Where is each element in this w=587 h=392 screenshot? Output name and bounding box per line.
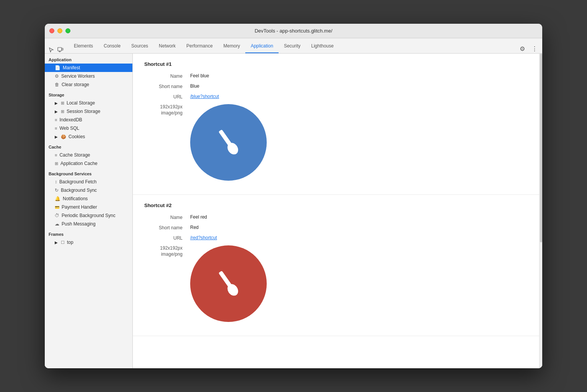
bg-sync-icon: ↻ (55, 188, 59, 193)
sidebar-item-local-storage[interactable]: ▶ ⊞ Local Storage (45, 99, 132, 107)
sidebar-item-app-cache[interactable]: ⊞ Application Cache (45, 159, 132, 168)
settings-icon[interactable]: ⚙ (518, 44, 527, 53)
sidebar-section-cache: Cache (45, 141, 132, 151)
svg-rect-0 (58, 47, 62, 51)
sidebar: Application 📄 Manifest ⚙ Service Workers… (45, 54, 133, 368)
sidebar-item-cookies[interactable]: ▶ 🍪 Cookies (45, 132, 132, 141)
tab-application[interactable]: Application (245, 39, 279, 53)
websql-icon: ≡ (55, 126, 57, 131)
indexeddb-icon: ≡ (55, 118, 57, 122)
tab-security[interactable]: Security (279, 39, 306, 53)
shortcut-2-section: Shortcut #2 Name Feel red Short name Red… (133, 195, 542, 336)
sidebar-item-top-frame[interactable]: ▶ ☐ top (45, 238, 132, 247)
tab-performance[interactable]: Performance (181, 39, 218, 53)
shortcut-1-url-row: URL /blue?shortcut (144, 94, 531, 100)
tab-console[interactable]: Console (98, 39, 126, 53)
service-workers-icon: ⚙ (55, 74, 59, 79)
maximize-button[interactable] (65, 28, 70, 33)
notifications-icon: 🔔 (55, 196, 60, 201)
shortcut-2-image (190, 245, 267, 322)
shortcut-2-name-row: Name Feel red (144, 214, 531, 220)
sidebar-item-payment-handler[interactable]: 💳 Payment Handler (45, 203, 132, 211)
session-storage-icon: ⊞ (61, 109, 64, 114)
sidebar-section-bg-services: Background Services (45, 168, 132, 178)
sidebar-item-notifications[interactable]: 🔔 Notifications (45, 194, 132, 203)
sidebar-section-storage: Storage (45, 89, 132, 99)
arrow-icon: ▶ (55, 240, 58, 245)
periodic-sync-icon: ⏱ (55, 213, 59, 218)
sidebar-item-session-storage[interactable]: ▶ ⊞ Session Storage (45, 107, 132, 116)
image-labels: 192x192px image/png (144, 104, 190, 116)
tabs-bar: Elements Console Sources Network Perform… (45, 38, 542, 54)
shortcut-1-image (190, 104, 267, 181)
url-label: URL (144, 94, 190, 100)
shortcut-2-image-type: image/png (144, 252, 183, 257)
shortcut-2-image-size: 192x192px (144, 245, 183, 251)
main-content: Shortcut #1 Name Feel blue Short name Bl… (133, 54, 542, 336)
shortcut-1-image-row: 192x192px image/png (144, 104, 531, 181)
local-storage-icon: ⊞ (61, 101, 64, 106)
shortcut-1-shortname-value: Blue (190, 83, 199, 89)
more-options-icon[interactable]: ⋮ (530, 44, 539, 53)
sidebar-item-indexeddb[interactable]: ≡ IndexedDB (45, 116, 132, 124)
titlebar: DevTools - app-shortcuts.glitch.me/ (45, 24, 542, 38)
minimize-button[interactable] (57, 28, 62, 33)
browser-window: DevTools - app-shortcuts.glitch.me/ (45, 24, 542, 368)
main-scroll-container: Shortcut #1 Name Feel blue Short name Bl… (133, 54, 542, 368)
sidebar-item-bg-fetch[interactable]: ↕ Background Fetch (45, 178, 132, 186)
arrow-icon: ▶ (55, 109, 58, 114)
tab-lighthouse[interactable]: Lighthouse (306, 39, 339, 53)
sidebar-item-periodic-bg-sync[interactable]: ⏱ Periodic Background Sync (45, 211, 132, 220)
sidebar-item-cache-storage[interactable]: ≡ Cache Storage (45, 151, 132, 159)
scrollbar-track[interactable] (539, 54, 542, 368)
tab-elements[interactable]: Elements (68, 39, 98, 53)
sidebar-item-push-messaging[interactable]: ☁ Push Messaging (45, 220, 132, 228)
image-labels-2: 192x192px image/png (144, 245, 190, 257)
window-title: DevTools - app-shortcuts.glitch.me/ (254, 28, 332, 34)
shortcut-2-shortname-row: Short name Red (144, 225, 531, 230)
shortcut-2-url-value[interactable]: /red?shortcut (190, 235, 217, 240)
close-button[interactable] (49, 28, 54, 33)
arrow-icon: ▶ (55, 101, 58, 105)
shortcut-2-name-value: Feel red (190, 214, 207, 220)
shortcut-2-url-row: URL /red?shortcut (144, 235, 531, 241)
shortcut-1-url-value[interactable]: /blue?shortcut (190, 94, 219, 99)
push-messaging-icon: ☁ (55, 221, 59, 227)
shortcut-1-image-type: image/png (144, 110, 183, 116)
shortcut-1-shortname-row: Short name Blue (144, 83, 531, 89)
cache-storage-icon: ≡ (55, 153, 57, 157)
arrow-icon: ▶ (55, 135, 58, 139)
clear-storage-icon: 🗑 (55, 82, 59, 87)
shortcut-1-image-size: 192x192px (144, 104, 183, 109)
sidebar-item-clear-storage[interactable]: 🗑 Clear storage (45, 80, 132, 89)
sidebar-item-service-workers[interactable]: ⚙ Service Workers (45, 72, 132, 80)
scrollbar-thumb[interactable] (540, 54, 542, 242)
manifest-icon: 📄 (55, 65, 60, 70)
shortcut-2-image-row: 192x192px image/png (144, 245, 531, 322)
shortcut-1-name-value: Feel blue (190, 73, 209, 78)
cursor-icon[interactable] (48, 46, 55, 53)
devtools: Elements Console Sources Network Perform… (45, 38, 542, 368)
shortcut-2-shortname-value: Red (190, 225, 199, 230)
sidebar-section-application: Application (45, 54, 132, 64)
payment-icon: 💳 (55, 205, 59, 209)
right-icons: ⚙ ⋮ (518, 44, 539, 53)
tab-sources[interactable]: Sources (126, 39, 153, 53)
tab-network[interactable]: Network (153, 39, 181, 53)
sidebar-item-websql[interactable]: ≡ Web SQL (45, 124, 132, 132)
app-cache-icon: ⊞ (55, 161, 58, 166)
device-toggle-icon[interactable] (57, 46, 64, 53)
shortcut-2-title: Shortcut #2 (144, 203, 531, 208)
url-label-2: URL (144, 235, 190, 241)
name-label-2: Name (144, 214, 190, 220)
sidebar-item-bg-sync[interactable]: ↻ Background Sync (45, 186, 132, 194)
svg-rect-1 (59, 51, 60, 52)
shortname-label: Short name (144, 83, 190, 89)
tab-memory[interactable]: Memory (218, 39, 245, 53)
sidebar-item-manifest[interactable]: 📄 Manifest (45, 64, 132, 72)
shortcut-1-name-row: Name Feel blue (144, 73, 531, 79)
shortcut-1-section: Shortcut #1 Name Feel blue Short name Bl… (133, 54, 542, 195)
shortname-label-2: Short name (144, 225, 190, 230)
frame-icon: ☐ (61, 240, 65, 245)
shortcut-1-title: Shortcut #1 (144, 61, 531, 67)
